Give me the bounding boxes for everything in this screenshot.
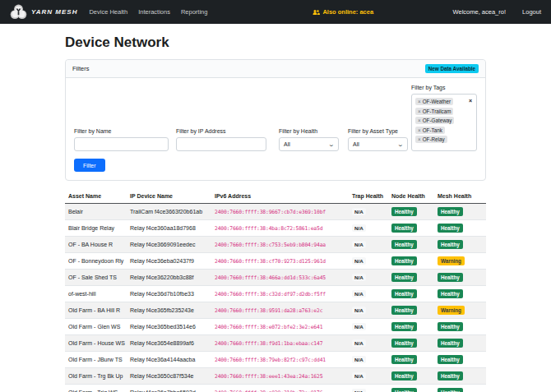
filter-asset-type-select[interactable]: All ⌄ [348,137,408,151]
new-data-available-badge[interactable]: New Data Available [425,64,479,73]
device-name-cell: Relay f4ce3669091eedec [127,237,211,253]
trap-health-cell: N/A [349,335,388,352]
node-health-badge: Healthy [391,339,417,348]
tag-pill[interactable]: ×OF-Trailcam [415,108,453,115]
ipv6-address: 2400:7660:ffff:38:4ba:8c72:5861:ea5d [215,225,322,232]
ipv6-address: 2400:7660:ffff:38:c753:5eb9:b804:94aa [215,242,326,248]
mesh-health-badge: Healthy [438,224,463,233]
logout-link[interactable]: Logout [522,8,541,16]
trap-health-badge: N/A [352,389,366,392]
tag-pill[interactable]: ×OF-Weather [415,98,453,105]
ipv6-cell: 2400:7660:ffff:38:e072:bfe2:3e2:e641 [211,319,349,335]
table-row[interactable]: Blair Bridge Relay Relay f4ce360aa18d796… [65,220,486,237]
tag-remove-icon[interactable]: × [418,108,421,114]
nav-link-device-health[interactable]: Device Health [89,8,127,16]
node-health-cell: Healthy [388,385,434,392]
trap-health-cell: N/A [349,302,388,319]
table-row[interactable]: of-west-hill Relay f4ce36d7b10fbe33 2400… [65,286,486,302]
filter-tags-box[interactable]: × ×OF-Weather×OF-Trailcam×OF-Gateway×OF-… [411,94,477,151]
table-row[interactable]: Old Farm - Trg Bk Up Relay f4ce3650c87f5… [65,368,486,385]
asset-name-cell: OF - Sale Shed TS [65,270,127,286]
node-health-cell: Healthy [388,368,434,385]
trap-health-badge: N/A [352,208,366,215]
navbar: YARN MESH Device HealthInteractionsRepor… [0,0,551,24]
brand[interactable]: YARN MESH [10,3,77,21]
trap-health-badge: N/A [352,257,366,265]
mesh-health-cell: Healthy [434,368,486,385]
tag-remove-icon[interactable]: × [418,127,421,133]
table-row[interactable]: OF - Sale Shed TS Relay f4ce36220bb3c88f… [65,270,486,286]
tag-remove-icon[interactable]: × [418,99,421,104]
trap-health-cell: N/A [349,270,388,286]
chevron-down-icon: ⌄ [328,141,335,147]
trap-health-cell: N/A [349,368,388,385]
also-online-indicator: Also online: acea [313,8,373,16]
tag-remove-icon[interactable]: × [418,118,421,123]
trap-health-cell: N/A [349,319,388,335]
filters-card-header: Filters New Data Available [66,60,485,78]
tag-pill[interactable]: ×OF-Gateway [415,117,454,124]
ipv6-address: 2400:7660:ffff:38:e072:bfe2:3e2:e641 [215,324,322,330]
tag-pill[interactable]: ×OF-Tank [415,127,445,134]
mesh-health-badge: Healthy [438,273,463,282]
trap-health-cell: N/A [349,220,388,237]
ipv6-address: 2400:7660:ffff:38:9591:da28:a763:e2c [215,307,322,314]
table-row[interactable]: Old Farm - BA Hill R Relay f4ce365fb2352… [65,302,486,319]
tag-pill[interactable]: ×OF-Relay [415,136,447,143]
ipv6-cell: 2400:7660:ffff:38:c753:5eb9:b804:94aa [211,237,349,253]
mesh-health-cell: Healthy [434,237,486,253]
mesh-health-cell: Healthy [434,352,486,368]
filters-card: Filters New Data Available Filter by Nam… [65,59,486,181]
device-name-cell: Relay f4ce36a4144aacba [127,352,211,368]
filter-ip-input[interactable] [176,137,266,151]
ipv6-cell: 2400:7660:ffff:38:79eb:82f2:c97c:dd41 [211,352,349,368]
trap-health-badge: N/A [352,356,366,363]
filter-health-value: All [284,141,290,147]
asset-name-cell: Old Farm - JBurw TS [65,352,127,368]
filter-submit-button[interactable]: Filter [74,159,105,172]
ipv6-address: 2400:7660:ffff:38:cf70:9273:d125:961d [215,258,326,265]
clear-tags-icon[interactable]: × [469,98,472,104]
tag-remove-icon[interactable]: × [418,136,421,142]
nav-link-reporting[interactable]: Reporting [181,8,208,16]
column-header: Trap Health [349,189,388,204]
asset-name-cell: Old Farm - Trg Bk Up [65,368,127,385]
tag-label: OF-Relay [423,136,445,142]
filter-asset-type-label: Filter by Asset Type [348,128,408,134]
node-health-badge: Healthy [391,207,417,216]
column-header: Mesh Health [434,189,486,204]
trap-health-badge: N/A [352,274,366,281]
device-table-head: Asset NameIP Device NameIPv6 AddressTrap… [65,189,486,204]
table-row[interactable]: Old Farm - Glen WS Relay f4ce365bed3514e… [65,319,486,335]
node-health-cell: Healthy [388,220,434,237]
table-row[interactable]: Old Farm - Trig WS Relay f4ce36a7bba6593… [65,385,486,392]
mesh-health-cell: Healthy [434,319,486,335]
ipv6-address: 2400:7660:ffff:38:eee1:43ea:24a:1625 [215,373,322,380]
mesh-health-cell: Healthy [434,385,486,392]
asset-name-cell: Old Farm - BA Hill R [65,302,127,319]
table-row[interactable]: Belair TrailCam f4ce3663f20b61ab 2400:76… [65,204,486,220]
table-row[interactable]: Old Farm - JBurw TS Relay f4ce36a4144aac… [65,352,486,368]
device-name-cell: Relay f4ce3650c87f534e [127,368,211,385]
filter-name-input[interactable] [74,137,169,151]
column-header: Asset Name [65,189,127,204]
trap-health-cell: N/A [349,237,388,253]
mesh-health-badge: Healthy [438,339,463,348]
node-health-badge: Healthy [391,256,417,265]
header-row: Asset NameIP Device NameIPv6 AddressTrap… [65,189,486,204]
table-row[interactable]: OF - Bonneydoon Rly Relay f4ce36eba02437… [65,253,486,270]
nav-link-interactions[interactable]: Interactions [138,8,170,16]
ipv6-cell: 2400:7660:ffff:38:eee1:43ea:24a:1625 [211,368,349,385]
table-row[interactable]: OF - BA House R Relay f4ce3669091eedec 2… [65,237,486,253]
device-table-body: Belair TrailCam f4ce3663f20b61ab 2400:76… [65,204,486,392]
trap-health-badge: N/A [352,290,366,297]
ipv6-cell: 2400:7660:ffff:38:f9d1:1ba:ebaa:c147 [211,335,349,352]
device-name-cell: Relay f4ce36eba02437f9 [127,253,211,270]
ipv6-cell: 2400:7660:ffff:38:4ba:8c72:5861:ea5d [211,220,349,237]
device-name-cell: Relay f4ce36d7b10fbe33 [127,286,211,302]
mesh-health-badge: Healthy [438,240,463,249]
trap-health-cell: N/A [349,352,388,368]
table-row[interactable]: Old Farm - House WS Relay f4ce3654e8899a… [65,335,486,352]
device-name-cell: Relay f4ce365bed3514e6 [127,319,211,335]
filter-health-select[interactable]: All ⌄ [279,137,339,151]
